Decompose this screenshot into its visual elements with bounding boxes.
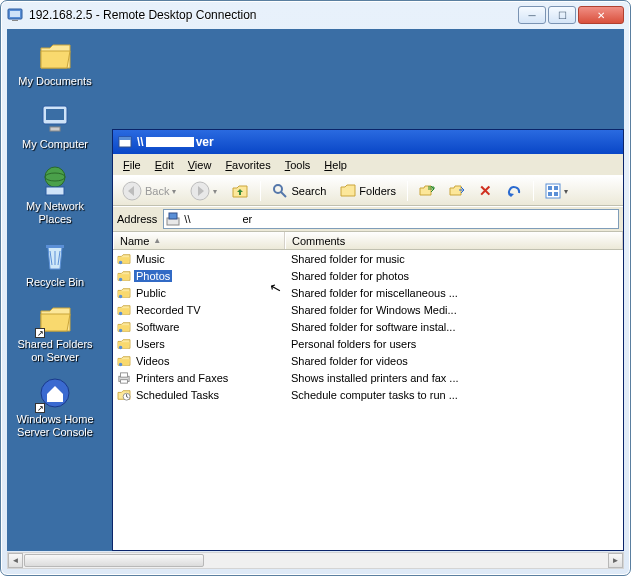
desktop-icon-shared-folders-on-server[interactable]: ↗Shared Folders on Server	[15, 300, 95, 363]
move-to-icon	[419, 183, 435, 199]
undo-icon	[506, 183, 522, 199]
explorer-title-prefix: \\	[137, 135, 144, 149]
scroll-thumb[interactable]	[24, 554, 204, 567]
list-item[interactable]: SoftwareShared folder for software insta…	[113, 318, 623, 335]
explorer-window: \\ ver FileEditViewFavoritesToolsHelp Ba…	[112, 129, 624, 551]
menu-edit[interactable]: Edit	[149, 157, 180, 173]
item-name: Printers and Faxes	[134, 372, 230, 384]
desktop-icon-my-computer[interactable]: My Computer	[15, 100, 95, 151]
explorer-titlebar[interactable]: \\ ver	[113, 130, 623, 154]
address-input[interactable]	[256, 213, 616, 225]
up-button[interactable]	[226, 179, 254, 203]
svg-point-15	[274, 185, 282, 193]
desktop-icon-label: Recycle Bin	[26, 276, 84, 289]
svg-rect-4	[46, 109, 64, 120]
item-name: Public	[134, 287, 168, 299]
menu-tools[interactable]: Tools	[279, 157, 317, 173]
address-field[interactable]: \\ er	[163, 209, 619, 229]
desktop-icons: My DocumentsMy ComputerMy Network Places…	[15, 37, 95, 439]
list-item[interactable]: PhotosShared folder for photos	[113, 267, 623, 284]
svg-point-24	[119, 260, 122, 263]
desktop-icon-label: Windows Home Server Console	[15, 413, 95, 438]
forward-arrow-icon	[190, 181, 210, 201]
toolbar-separator	[533, 181, 534, 201]
list-item[interactable]: UsersPersonal folders for users	[113, 335, 623, 352]
address-redacted	[194, 215, 238, 224]
item-name-cell: Scheduled Tasks	[113, 389, 285, 401]
rdc-window: 192.168.2.5 - Remote Desktop Connection …	[0, 0, 631, 576]
scroll-right-button[interactable]: ►	[608, 553, 623, 568]
undo-button[interactable]	[501, 180, 527, 202]
remote-desktop[interactable]: My DocumentsMy ComputerMy Network Places…	[7, 29, 624, 551]
explorer-title-suffix: ver	[196, 135, 214, 149]
sort-asc-icon: ▲	[153, 236, 161, 245]
item-name-cell: Photos	[113, 270, 285, 282]
column-name[interactable]: Name ▲	[113, 232, 285, 249]
file-list[interactable]: MusicShared folder for musicPhotosShared…	[113, 250, 623, 550]
home-shortcut-icon: ↗	[37, 375, 73, 411]
list-item[interactable]: Scheduled TasksSchedule computer tasks t…	[113, 386, 623, 403]
desktop-icon-recycle-bin[interactable]: Recycle Bin	[15, 238, 95, 289]
item-comments: Shows installed printers and fax ...	[285, 372, 623, 384]
svg-rect-19	[554, 186, 558, 190]
search-button[interactable]: Search	[267, 180, 331, 202]
item-comments: Shared folder for videos	[285, 355, 623, 367]
network-icon	[37, 162, 73, 198]
horizontal-scrollbar[interactable]: ◄ ►	[7, 552, 624, 569]
menu-help[interactable]: Help	[318, 157, 353, 173]
menu-view[interactable]: View	[182, 157, 218, 173]
rdc-icon	[7, 7, 23, 23]
item-name-cell: Public	[113, 287, 285, 299]
svg-point-6	[45, 167, 65, 187]
desktop-icon-label: Shared Folders on Server	[15, 338, 95, 363]
list-item[interactable]: PublicShared folder for miscellaneous ..…	[113, 284, 623, 301]
desktop-icon-my-network-places[interactable]: My Network Places	[15, 162, 95, 225]
item-name-cell: Users	[113, 338, 285, 350]
svg-point-30	[119, 362, 122, 365]
search-icon	[272, 183, 288, 199]
svg-point-29	[119, 345, 122, 348]
desktop-icon-label: My Documents	[18, 75, 91, 88]
column-comments[interactable]: Comments	[285, 232, 623, 249]
item-comments: Schedule computer tasks to run ...	[285, 389, 623, 401]
svg-rect-1	[10, 11, 20, 17]
column-headers: Name ▲ Comments	[113, 232, 623, 250]
folder-shortcut-icon: ↗	[37, 300, 73, 336]
list-item[interactable]: Recorded TVShared folder for Windows Med…	[113, 301, 623, 318]
menu-favorites[interactable]: Favorites	[219, 157, 276, 173]
list-item[interactable]: VideosShared folder for videos	[113, 352, 623, 369]
back-button[interactable]: Back ▾	[117, 178, 181, 204]
close-button[interactable]: ✕	[578, 6, 624, 24]
titlebar[interactable]: 192.168.2.5 - Remote Desktop Connection …	[1, 1, 630, 29]
item-comments: Shared folder for photos	[285, 270, 623, 282]
svg-rect-33	[121, 379, 128, 382]
item-name-cell: Music	[113, 253, 285, 265]
svg-point-28	[119, 328, 122, 331]
menu-file[interactable]: File	[117, 157, 147, 173]
dropdown-icon: ▾	[564, 187, 568, 196]
item-name: Users	[134, 338, 167, 350]
item-name: Recorded TV	[134, 304, 203, 316]
folders-button[interactable]: Folders	[335, 180, 401, 202]
desktop-icon-my-documents[interactable]: My Documents	[15, 37, 95, 88]
svg-rect-20	[548, 192, 552, 196]
dropdown-icon: ▾	[172, 187, 176, 196]
list-item[interactable]: MusicShared folder for music	[113, 250, 623, 267]
views-button[interactable]: ▾	[540, 180, 573, 202]
item-name: Videos	[134, 355, 171, 367]
maximize-button[interactable]: ☐	[548, 6, 576, 24]
toolbar: Back ▾ ▾ Search Folders	[113, 176, 623, 206]
minimize-button[interactable]: ─	[518, 6, 546, 24]
computer-icon	[37, 100, 73, 136]
list-item[interactable]: Printers and FaxesShows installed printe…	[113, 369, 623, 386]
scroll-left-button[interactable]: ◄	[8, 553, 23, 568]
copy-to-button[interactable]	[444, 180, 470, 202]
delete-button[interactable]: ✕	[474, 179, 497, 203]
move-to-button[interactable]	[414, 180, 440, 202]
views-icon	[545, 183, 561, 199]
window-title: 192.168.2.5 - Remote Desktop Connection	[29, 8, 516, 22]
desktop-icon-label: My Computer	[22, 138, 88, 151]
desktop-icon-windows-home-server-console[interactable]: ↗Windows Home Server Console	[15, 375, 95, 438]
menu-bar: FileEditViewFavoritesToolsHelp	[113, 154, 623, 176]
forward-button[interactable]: ▾	[185, 178, 222, 204]
